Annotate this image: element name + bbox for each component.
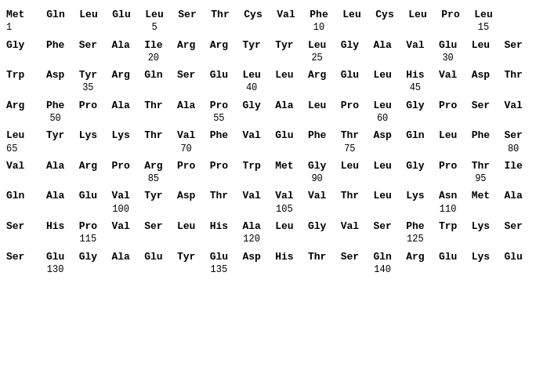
number-cell bbox=[6, 113, 39, 124]
number-cell bbox=[399, 53, 432, 64]
row-group-1: GlyPheSerAlaIleArgArgTyrTyrLeuGlyAlaValG… bbox=[6, 38, 530, 64]
residue-cell: Leu bbox=[301, 99, 334, 113]
residue-cell: Val bbox=[170, 129, 203, 143]
residue-cell: Ala bbox=[366, 38, 399, 53]
number-cell bbox=[268, 143, 301, 154]
row-group-5: ValAlaArgProArgProProTrpMetGlyLeuLeuGlyP… bbox=[6, 159, 530, 185]
number-row-0: 151015 bbox=[6, 22, 530, 33]
number-cell: 85 bbox=[137, 173, 170, 184]
residue-row-4: LeuTyrLysLysThrValPheValGluPheThrAspGlnL… bbox=[6, 129, 530, 143]
residue-cell: Asp bbox=[170, 189, 203, 203]
residue-row-2: TrpAspTyrArgGlnSerGluLeuLeuArgGluLeuHisV… bbox=[6, 68, 530, 82]
number-cell bbox=[203, 143, 236, 154]
residue-cell: Pro bbox=[432, 99, 465, 113]
residue-row-7: SerHisProValSerLeuHisAlaLeuGlyValSerPheT… bbox=[6, 220, 530, 234]
residue-cell: Ile bbox=[497, 159, 530, 173]
number-cell bbox=[203, 204, 236, 215]
residue-row-8: SerGluGlyAlaGluTyrGluAspHisThrSerGlnArgG… bbox=[6, 250, 530, 264]
number-cell bbox=[334, 173, 367, 184]
residue-cell: Gly bbox=[72, 250, 105, 264]
residue-cell: Thr bbox=[203, 189, 236, 203]
number-cell bbox=[6, 234, 39, 245]
residue-cell: Asp bbox=[366, 129, 399, 143]
residue-cell: Val bbox=[270, 8, 302, 22]
residue-cell: Cys bbox=[237, 8, 270, 22]
number-cell bbox=[170, 53, 203, 64]
number-cell bbox=[268, 82, 301, 93]
residue-cell: Ser bbox=[171, 8, 204, 22]
number-cell bbox=[235, 113, 268, 124]
residue-cell: Asn bbox=[432, 189, 465, 203]
number-cell bbox=[171, 22, 204, 33]
number-cell bbox=[432, 113, 465, 124]
number-cell bbox=[366, 234, 399, 245]
residue-cell: Ser bbox=[465, 99, 498, 113]
number-cell bbox=[301, 204, 334, 215]
number-cell bbox=[104, 143, 137, 154]
residue-cell: Leu bbox=[268, 68, 301, 82]
residue-cell: His bbox=[268, 250, 301, 264]
residue-cell: Leu bbox=[467, 8, 500, 22]
residue-cell: Gln bbox=[366, 250, 399, 264]
residue-cell: Lys bbox=[104, 129, 137, 143]
number-cell bbox=[170, 82, 203, 93]
residue-cell: Gly bbox=[399, 99, 432, 113]
residue-cell: Leu bbox=[6, 129, 39, 143]
number-cell bbox=[39, 143, 72, 154]
number-cell: 110 bbox=[432, 204, 465, 215]
number-cell bbox=[432, 82, 465, 93]
number-cell bbox=[366, 143, 399, 154]
number-cell bbox=[432, 234, 465, 245]
number-cell bbox=[334, 204, 367, 215]
number-cell bbox=[72, 264, 105, 275]
residue-cell: Gly bbox=[399, 159, 432, 173]
number-cell: 100 bbox=[104, 204, 137, 215]
number-cell: 75 bbox=[334, 143, 367, 154]
row-group-7: SerHisProValSerLeuHisAlaLeuGlyValSerPheT… bbox=[6, 220, 530, 245]
number-cell bbox=[434, 22, 467, 33]
number-cell bbox=[399, 264, 432, 275]
residue-cell: Val bbox=[104, 189, 137, 203]
number-cell bbox=[235, 264, 268, 275]
residue-cell: Tyr bbox=[72, 68, 105, 82]
number-cell bbox=[301, 234, 334, 245]
residue-cell: Gln bbox=[39, 8, 72, 22]
number-cell bbox=[6, 204, 39, 215]
residue-cell: Ala bbox=[104, 250, 137, 264]
residue-cell: Thr bbox=[334, 129, 367, 143]
number-cell bbox=[6, 173, 39, 184]
number-cell bbox=[301, 82, 334, 93]
residue-cell: Pro bbox=[72, 220, 105, 234]
number-cell bbox=[335, 22, 368, 33]
number-cell bbox=[235, 53, 268, 64]
number-cell bbox=[6, 82, 39, 93]
residue-cell: Gly bbox=[301, 159, 334, 173]
number-cell bbox=[39, 22, 72, 33]
number-cell bbox=[6, 264, 39, 275]
number-cell bbox=[334, 82, 367, 93]
residue-cell: Arg bbox=[203, 38, 236, 53]
number-cell bbox=[237, 22, 270, 33]
number-cell bbox=[170, 113, 203, 124]
residue-cell: Ser bbox=[334, 250, 367, 264]
residue-cell: Leu bbox=[366, 159, 399, 173]
row-group-8: SerGluGlyAlaGluTyrGluAspHisThrSerGlnArgG… bbox=[6, 250, 530, 276]
number-cell bbox=[366, 173, 399, 184]
residue-cell: Ser bbox=[170, 68, 203, 82]
residue-cell: Arg bbox=[399, 250, 432, 264]
residue-cell: Glu bbox=[137, 250, 170, 264]
residue-cell: Glu bbox=[203, 68, 236, 82]
number-cell bbox=[235, 173, 268, 184]
residue-cell: Glu bbox=[432, 38, 465, 53]
number-cell bbox=[366, 53, 399, 64]
row-group-4: LeuTyrLysLysThrValPheValGluPheThrAspGlnL… bbox=[6, 129, 530, 154]
residue-cell: Gln bbox=[6, 189, 39, 203]
residue-cell: Glu bbox=[203, 250, 236, 264]
number-cell bbox=[268, 113, 301, 124]
residue-cell: Glu bbox=[105, 8, 138, 22]
number-cell bbox=[366, 204, 399, 215]
number-cell: 115 bbox=[72, 234, 105, 245]
number-cell bbox=[170, 173, 203, 184]
number-row-3: 505560 bbox=[6, 113, 530, 124]
number-cell bbox=[137, 264, 170, 275]
